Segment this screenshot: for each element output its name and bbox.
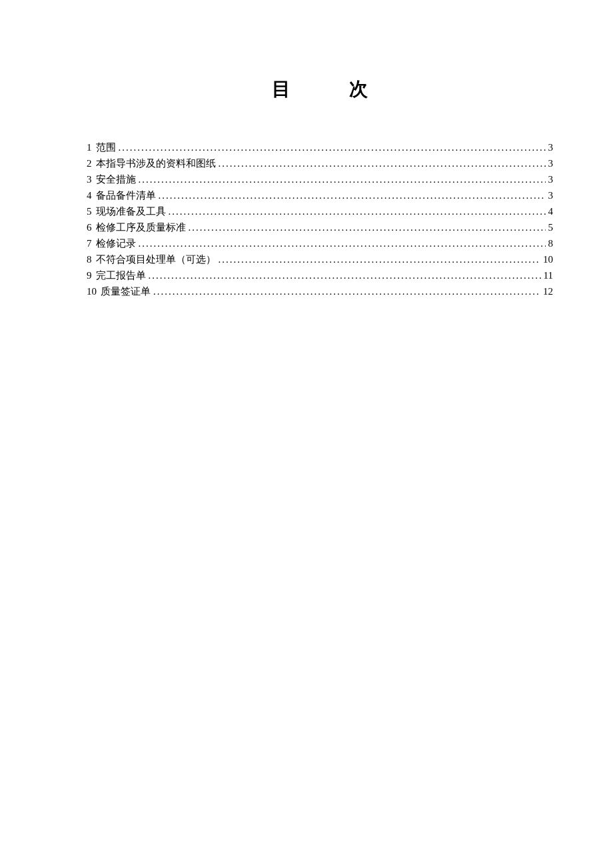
toc-entry-page: 5 [548, 219, 554, 235]
toc-entry-page: 4 [548, 203, 554, 219]
toc-entry-label: 本指导书涉及的资料和图纸 [96, 155, 216, 171]
toc-entry-number: 8 [87, 251, 92, 267]
toc-entry-page: 3 [548, 155, 554, 171]
toc-leader-dots [219, 251, 541, 267]
toc-entry: 4 备品备件清单 3 [87, 187, 553, 203]
toc-entry-page: 11 [544, 267, 553, 283]
toc-entry-page: 3 [548, 171, 554, 187]
toc-entry: 3 安全措施 3 [87, 171, 553, 187]
toc-entry-number: 1 [87, 139, 92, 155]
toc-leader-dots [153, 283, 540, 299]
toc-leader-dots [139, 171, 546, 187]
toc-entry: 6 检修工序及质量标准 5 [87, 219, 553, 235]
toc-entry-number: 9 [87, 267, 92, 283]
toc-entry: 7 检修记录 8 [87, 235, 553, 251]
toc-entry-page: 3 [548, 139, 554, 155]
toc-entry-label: 检修工序及质量标准 [96, 219, 186, 235]
toc-entry-label: 检修记录 [96, 235, 136, 251]
toc-entry: 5 现场准备及工具 4 [87, 203, 553, 219]
toc-leader-dots [169, 203, 546, 219]
toc-entry-page: 3 [548, 187, 554, 203]
toc-entry-label: 完工报告单 [96, 267, 146, 283]
toc-entry: 8 不符合项目处理单（可选） 10 [87, 251, 553, 267]
toc-entry-number: 10 [87, 283, 97, 299]
toc-entry-label: 质量签证单 [101, 283, 151, 299]
toc-leader-dots [189, 219, 546, 235]
toc-leader-dots [139, 235, 546, 251]
toc-entry: 1 范围 3 [87, 139, 553, 155]
table-of-contents: 1 范围 3 2 本指导书涉及的资料和图纸 3 3 安全措施 3 4 备品备件清… [87, 139, 553, 299]
toc-entry-number: 7 [87, 235, 92, 251]
toc-leader-dots [219, 155, 546, 171]
toc-entry-page: 12 [543, 283, 553, 299]
toc-entry-number: 6 [87, 219, 92, 235]
toc-entry-page: 8 [548, 235, 554, 251]
page-title: 目 次 [87, 77, 553, 102]
toc-entry: 10 质量签证单 12 [87, 283, 553, 299]
toc-entry-number: 4 [87, 187, 92, 203]
toc-entry-page: 10 [543, 251, 553, 267]
toc-entry-number: 5 [87, 203, 92, 219]
toc-leader-dots [159, 187, 546, 203]
toc-entry-number: 3 [87, 171, 92, 187]
toc-leader-dots [119, 139, 546, 155]
toc-entry: 9 完工报告单 11 [87, 267, 553, 283]
toc-entry-number: 2 [87, 155, 92, 171]
toc-entry-label: 不符合项目处理单（可选） [96, 251, 216, 267]
toc-entry-label: 安全措施 [96, 171, 136, 187]
toc-entry-label: 现场准备及工具 [96, 203, 166, 219]
toc-entry: 2 本指导书涉及的资料和图纸 3 [87, 155, 553, 171]
document-page: 目 次 1 范围 3 2 本指导书涉及的资料和图纸 3 3 安全措施 3 4 备… [0, 0, 613, 299]
toc-leader-dots [149, 267, 541, 283]
toc-entry-label: 备品备件清单 [96, 187, 156, 203]
toc-entry-label: 范围 [96, 139, 116, 155]
